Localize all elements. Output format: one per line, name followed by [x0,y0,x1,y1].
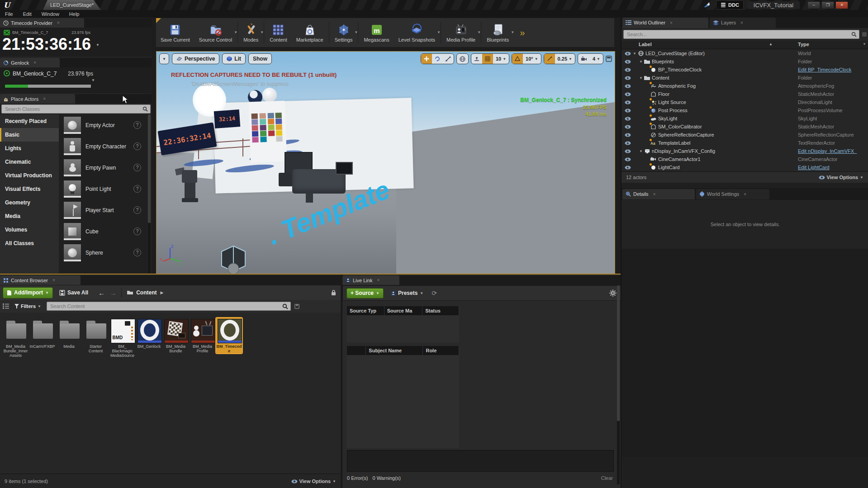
category-basic[interactable]: Basic [0,128,59,142]
category-lights[interactable]: Lights [0,142,59,155]
level-tab[interactable]: LED_CurvedStage* [43,0,101,10]
asset-bm-timecode[interactable]: BM_Timecode [216,318,242,353]
maximize-viewport-icon[interactable] [606,56,612,62]
lock-icon[interactable] [331,290,336,296]
category-volumes[interactable]: Volumes [0,223,59,237]
expander-icon[interactable]: ▼ [632,52,637,56]
presets-button[interactable]: Presets▼ [391,290,423,296]
outliner-row[interactable]: CineCameraActor1CineCameraActor [621,155,868,163]
help-icon[interactable]: ? [133,227,141,235]
cb-view-options[interactable]: View Options▼ [291,479,336,484]
rotate-tool-icon[interactable] [432,54,443,64]
scale-tool-icon[interactable] [443,54,454,64]
place-item-empty-pawn[interactable]: Empty Pawn? [59,157,147,178]
camera-speed-value[interactable]: 4▼ [590,54,603,64]
type-sort-icon[interactable]: ▼ [863,42,866,46]
gear-icon[interactable] [609,289,617,297]
actor-label[interactable]: CineCameraActor1 [658,156,701,162]
outliner-row[interactable]: ▼nDisplay_InCamVFX_ConfigEdit nDisplay_I… [621,147,868,155]
close-icon[interactable]: × [52,278,55,283]
category-virtual-production[interactable]: Virtual Production [0,169,59,182]
ddc-button[interactable]: DDC [716,0,744,9]
expander-icon[interactable]: ▼ [639,149,643,153]
outliner-row[interactable]: LightCardEdit LightCard [621,163,868,171]
column-header-role[interactable]: Role [423,346,459,355]
help-icon[interactable]: ? [133,249,141,256]
column-header-source-typ[interactable]: Source Typ [347,306,384,315]
asset-media[interactable]: Media [56,318,82,349]
camera-speed-control[interactable]: 4▼ [578,53,603,64]
level-snapshots-button[interactable]: Level Snapshots▼ [394,21,440,44]
scrollbar-thumb[interactable] [617,285,620,421]
transform-tools[interactable] [421,53,454,64]
add-import-button[interactable]: Add/Import▼ [3,287,53,298]
chevron-down-icon[interactable]: ▼ [260,30,264,34]
actor-label[interactable]: Blueprints [652,59,674,64]
tab-world-settings[interactable]: World Settings × [696,189,769,199]
place-item-cube[interactable]: Cube? [59,221,147,242]
close-button[interactable]: ✕ [835,1,848,9]
outliner-row[interactable]: Post ProcessPostProcessVolume [621,106,868,114]
ll-scrollbar[interactable] [617,285,620,484]
globe-icon[interactable] [457,54,468,64]
outliner-row[interactable]: FloorStaticMeshActor [621,90,868,98]
media-profile-button[interactable]: Media Profile▼ [442,21,480,44]
actor-label[interactable]: SM_ColorCalibrator [658,124,702,129]
actor-label[interactable]: LED_CurvedStage (Editor) [645,51,705,56]
category-geometry[interactable]: Geometry [0,196,59,209]
actor-label[interactable]: Floor [658,91,669,97]
close-icon[interactable]: × [33,60,36,65]
tab-genlock[interactable]: Genlock × [0,58,60,67]
modes-button[interactable]: Modes▼ [239,21,263,44]
expander-icon[interactable]: ▼ [639,60,643,64]
menu-help[interactable]: Help [64,11,85,17]
help-icon[interactable]: ? [133,185,141,193]
chevron-down-icon[interactable]: ▼ [91,78,95,82]
outliner-row[interactable]: SkyLightSkyLight [621,114,868,123]
visibility-eye-icon[interactable] [624,141,631,145]
edit-asset-link[interactable]: Edit BP_TimecodeClock [798,67,851,72]
close-icon[interactable]: × [670,20,673,25]
label-column-header[interactable]: Label [639,42,652,47]
breadcrumb-chevron-icon[interactable]: ▶ [161,290,164,295]
save-current-button[interactable]: Save Current [156,21,194,44]
outliner-filter-icon[interactable] [862,32,867,37]
category-cinematic[interactable]: Cinematic [0,155,59,169]
place-item-point-light[interactable]: Point Light? [59,178,147,199]
actor-label[interactable]: Post Process [658,108,688,113]
category-recently-placed[interactable]: Recently Placed [0,114,59,128]
settings-button[interactable]: Settings▼ [330,21,357,44]
outliner-row[interactable]: SM_ColorCalibratorStaticMeshActor [621,123,868,131]
tab-content-browser[interactable]: Content Browser × [0,275,81,285]
outliner-search[interactable] [623,30,859,39]
close-icon[interactable]: × [57,20,60,25]
scale-snap-value[interactable]: 0.25▼ [555,54,575,64]
outliner-row[interactable]: Light SourceDirectionalLight [621,98,868,106]
visibility-eye-icon[interactable] [624,157,631,161]
visibility-eye-icon[interactable] [624,109,631,113]
type-column-header[interactable]: Type [798,42,809,47]
forward-arrow-icon[interactable]: → [109,289,116,297]
visibility-eye-icon[interactable] [624,149,631,153]
visibility-eye-icon[interactable] [624,92,631,96]
place-actors-scrollbar[interactable] [148,114,151,273]
menu-window[interactable]: Window [37,11,64,17]
view-mode-icon[interactable] [3,303,9,309]
scale-snap-icon[interactable] [544,54,555,64]
outliner-row[interactable]: BP_TimecodeClockEdit BP_TimecodeClock [621,66,868,74]
back-arrow-icon[interactable]: ← [98,289,105,297]
scrollbar-thumb[interactable] [148,114,151,223]
visibility-eye-icon[interactable] [624,117,631,121]
move-tool-icon[interactable] [421,54,432,64]
asset-bm-media-bundle-inner-assets[interactable]: BM_Media Bundle_Inner Assets [3,318,28,358]
grid-snap-icon[interactable] [482,54,493,64]
ll-sources-table[interactable]: Source TypSource MaStatus [347,306,459,342]
save-all-button[interactable]: Save All [59,289,88,296]
help-icon[interactable]: ? [133,206,141,214]
rotation-snap-value[interactable]: 10°▼ [523,54,541,64]
category-all-classes[interactable]: All Classes [0,237,59,250]
grid-snap-value[interactable]: 10▼ [493,54,509,64]
place-item-sphere[interactable]: Sphere? [59,242,147,263]
chevron-down-icon[interactable]: ▼ [511,30,514,34]
outliner-row[interactable]: Atmospheric FogAtmosphericFog [621,82,868,90]
